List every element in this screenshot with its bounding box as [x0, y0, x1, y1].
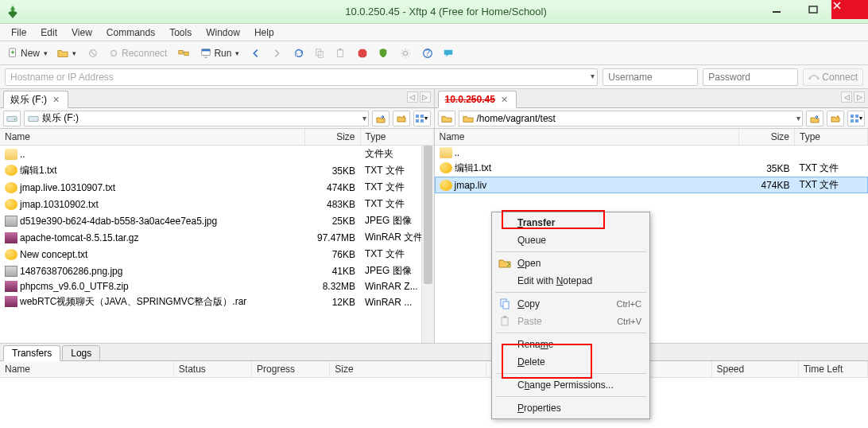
local-path-dropdown-icon[interactable]: ▾ [362, 114, 366, 123]
menu-file[interactable]: File [5, 25, 33, 41]
file-name: .. [455, 147, 460, 158]
transfers-col[interactable]: Name [0, 361, 173, 378]
local-tab-next[interactable]: ▷ [420, 91, 431, 103]
file-row[interactable]: phpcms_v9.6.0_UTF8.zip8.32MBWinRAR Z... [0, 279, 433, 294]
local-path-input[interactable]: 娱乐 (F:) ▾ [24, 111, 369, 126]
local-newfolder-button[interactable] [393, 111, 410, 126]
cm-copy[interactable]: CopyCtrl+C [494, 295, 648, 313]
reconnect-label: Reconnect [122, 48, 167, 59]
local-scrollbar[interactable] [421, 146, 434, 343]
svg-rect-4 [179, 50, 183, 53]
remote-newfolder-button[interactable] [827, 111, 844, 126]
cm-queue[interactable]: Queue [494, 232, 648, 249]
local-tab-close-icon[interactable]: ✕ [52, 95, 60, 105]
remote-tab-close-icon[interactable]: ✕ [501, 95, 508, 105]
file-row[interactable]: webRTC视频聊天（JAVA、SPRINGMVC整合版）.rar12KBWin… [0, 294, 433, 310]
cm-edit-notepad[interactable]: Edit with Notepad [494, 272, 648, 290]
open-button[interactable]: ▾ [53, 44, 80, 63]
help-button[interactable]: ? [418, 44, 437, 63]
stop-button[interactable] [353, 44, 372, 63]
refresh-button[interactable] [289, 44, 308, 63]
menu-edit[interactable]: Edit [34, 25, 64, 41]
menu-view[interactable]: View [65, 25, 99, 41]
file-row[interactable]: 编辑1.txt35KBTXT 文件 [0, 162, 433, 179]
remote-tab[interactable]: 10.0.250.45 ✕ [438, 91, 517, 108]
file-row[interactable]: New concept.txt76KBTXT 文件 [0, 246, 433, 263]
transfers-col[interactable]: Size [330, 361, 486, 378]
menu-tools[interactable]: Tools [163, 25, 198, 41]
new-button[interactable]: New▾ [3, 44, 52, 63]
forward-button[interactable] [267, 44, 286, 63]
feedback-button[interactable] [439, 44, 458, 63]
shield-button[interactable] [374, 44, 393, 63]
reconnect-button[interactable]: Reconnect [104, 44, 171, 63]
local-col-size[interactable]: Size [304, 129, 360, 146]
host-dropdown-icon[interactable]: ▾ [591, 72, 595, 80]
main-toolbar: New▾ ▾ Reconnect Run▾ ? [0, 41, 868, 65]
remote-path-dropdown-icon[interactable]: ▾ [796, 114, 800, 123]
local-drive-button[interactable] [3, 111, 21, 126]
window-close-button[interactable] [831, 0, 868, 19]
svg-rect-20 [416, 115, 419, 118]
local-view-button[interactable]: ▾ [413, 111, 431, 126]
cm-open[interactable]: Open [494, 255, 648, 272]
remote-col-type[interactable]: Type [795, 129, 868, 146]
remote-up-button[interactable] [806, 111, 823, 126]
menu-window[interactable]: Window [200, 25, 246, 41]
window-maximize-button[interactable] [795, 0, 831, 19]
disconnect-button[interactable] [83, 44, 103, 63]
sync-folders-button[interactable] [174, 44, 193, 63]
file-row[interactable]: ..文件夹 [0, 146, 433, 163]
remote-tab-next[interactable]: ▷ [854, 91, 865, 103]
cm-delete[interactable]: Delete [494, 353, 648, 371]
svg-rect-22 [416, 119, 419, 123]
remote-path-input[interactable]: /home/vagrant/test ▾ [459, 111, 804, 126]
file-row[interactable]: jmap.live.10310907.txt474KBTXT 文件 [0, 179, 433, 196]
file-row[interactable]: jmap.liv474KBTXT 文件 [435, 177, 868, 193]
file-type [795, 146, 868, 161]
remote-view-button[interactable]: ▾ [847, 111, 865, 126]
local-tab-prev[interactable]: ◁ [407, 91, 418, 103]
transfers-col[interactable]: Speed [711, 361, 798, 378]
cm-change-permissions[interactable]: Change Permissions... [494, 376, 648, 394]
transfers-col[interactable]: Progress [252, 361, 330, 378]
file-row[interactable]: 1487638706286.png.jpg41KBJPEG 图像 [0, 263, 433, 279]
file-row[interactable]: .. [435, 146, 868, 161]
menu-commands[interactable]: Commands [100, 25, 161, 41]
file-row[interactable]: d519e390-b624-4dab-b558-3a0ac4ee7ea5.jpg… [0, 212, 433, 229]
remote-col-size[interactable]: Size [739, 129, 795, 146]
local-filelist[interactable]: Name Size Type ..文件夹编辑1.txt35KBTXT 文件jma… [0, 129, 434, 343]
options-button[interactable] [396, 44, 415, 63]
transfers-col[interactable]: Time Left [798, 361, 867, 378]
tab-transfers[interactable]: Transfers [3, 345, 60, 361]
local-col-type[interactable]: Type [360, 129, 433, 146]
file-row[interactable]: apache-tomcat-8.5.15.tar.gz97.47MBWinRAR… [0, 229, 433, 246]
cm-rename[interactable]: Rename [494, 336, 648, 353]
file-row[interactable]: 编辑1.txt35KBTXT 文件 [435, 160, 868, 177]
menu-help[interactable]: Help [248, 25, 281, 41]
local-tab[interactable]: 娱乐 (F:) ✕ [3, 91, 68, 108]
cm-transfer[interactable]: Transfer [494, 214, 648, 232]
username-input[interactable] [603, 68, 698, 86]
file-row[interactable]: jmap.10310902.txt483KBTXT 文件 [0, 196, 433, 212]
remote-root-button[interactable] [438, 111, 455, 126]
connect-button[interactable]: Connect [803, 68, 863, 86]
run-button[interactable]: Run▾ [196, 44, 243, 63]
svg-rect-11 [339, 48, 343, 50]
password-input[interactable] [703, 68, 798, 86]
file-size [739, 146, 795, 161]
local-up-button[interactable] [372, 111, 389, 126]
cm-properties[interactable]: Properties [494, 399, 648, 417]
host-input[interactable]: Hostname or IP Address ▾ [5, 68, 598, 86]
back-button[interactable] [246, 44, 265, 63]
copy-button[interactable] [310, 44, 329, 63]
remote-tab-prev[interactable]: ◁ [841, 91, 852, 103]
tab-logs[interactable]: Logs [62, 345, 100, 361]
remote-col-name[interactable]: Name [435, 129, 739, 146]
file-name: jmap.liv [455, 180, 487, 191]
paste-button[interactable] [331, 44, 350, 63]
transfers-col[interactable]: Status [173, 361, 251, 378]
local-col-name[interactable]: Name [0, 129, 304, 146]
txt-icon [5, 165, 17, 176]
window-minimize-button[interactable] [758, 0, 795, 19]
